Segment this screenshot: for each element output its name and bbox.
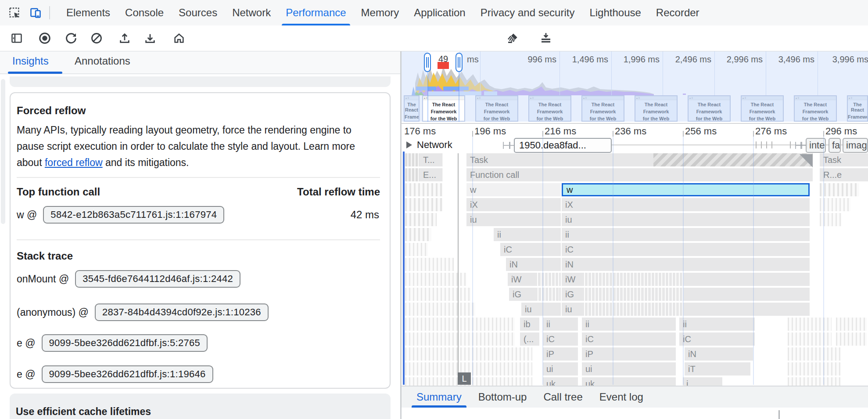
- flame-entry[interactable]: [836, 332, 867, 346]
- filmstrip-thumbnail[interactable]: ▴ ≡The ReactFrameworkfor the Web: [635, 95, 678, 122]
- tab-insights[interactable]: Insights: [12, 55, 49, 67]
- filmstrip-thumbnail[interactable]: ▴ ≡The ReactFrameworkfor the Web: [404, 95, 420, 122]
- flame-entry-iC[interactable]: iC: [500, 243, 561, 256]
- flame-entry-iP[interactable]: iP: [582, 347, 676, 361]
- source-location-chip[interactable]: 9099-5bee326dd621dfbf.js:1:19646: [42, 365, 213, 383]
- live-metrics-home-icon[interactable]: [172, 31, 186, 45]
- flame-entry-iX[interactable]: iX: [562, 198, 810, 211]
- flame-entry-ii[interactable]: ii: [494, 228, 561, 241]
- flame-entry-iN[interactable]: iN: [562, 258, 810, 271]
- flame-entry-iP[interactable]: iP: [543, 347, 578, 361]
- flame-entry-iN[interactable]: iN: [506, 258, 561, 271]
- layout-badge[interactable]: L: [458, 372, 471, 385]
- bottom-tab-summary[interactable]: Summary: [408, 386, 470, 408]
- bottom-tab-calltree[interactable]: Call tree: [535, 386, 591, 408]
- flame-entry[interactable]: [405, 332, 515, 346]
- main-tab-lighthouse[interactable]: Lighthouse: [582, 0, 648, 25]
- flame-entry[interactable]: [405, 243, 428, 256]
- main-tab-privacy-and-security[interactable]: Privacy and security: [473, 0, 582, 25]
- flame-entry-iu[interactable]: iu: [562, 303, 810, 316]
- flame-entry-iG[interactable]: iG: [509, 288, 561, 301]
- flame-entry-[interactable]: (...: [520, 332, 539, 346]
- source-location-chip[interactable]: 3545-fd6e7644112d46af.js:1:2442: [75, 270, 240, 288]
- collapse-icon[interactable]: [539, 31, 553, 45]
- flame-entry-ii[interactable]: ii: [582, 318, 676, 331]
- flame-entry[interactable]: [405, 318, 515, 331]
- filmstrip-thumbnail[interactable]: ▴ ≡The ReactFrameworkfor the Web: [688, 95, 731, 122]
- flame-entry[interactable]: [405, 228, 431, 241]
- flame-entry-iT[interactable]: iT: [685, 362, 750, 376]
- flame-entry-iu[interactable]: iu: [521, 303, 561, 316]
- bottom-tab-bottomup[interactable]: Bottom-up: [470, 386, 535, 408]
- download-profile-icon[interactable]: [143, 31, 157, 45]
- network-track-label[interactable]: Network: [417, 139, 452, 151]
- sidebar-scrollbar[interactable]: [1, 79, 5, 224]
- flame-entry[interactable]: [405, 183, 443, 196]
- flame-entry[interactable]: [820, 198, 850, 211]
- flame-entry-iX[interactable]: iX: [466, 198, 561, 211]
- main-tab-network[interactable]: Network: [225, 0, 278, 25]
- flame-entry[interactable]: [653, 153, 813, 166]
- flame-entry-ib[interactable]: ib: [520, 318, 539, 331]
- flame-entry[interactable]: [836, 318, 867, 331]
- main-tab-memory[interactable]: Memory: [354, 0, 407, 25]
- flame-entry[interactable]: [788, 318, 832, 331]
- filmstrip-thumbnail[interactable]: ▴ ≡The ReactFrameworkfor the Web: [794, 95, 837, 122]
- network-request-chip[interactable]: 1950.dea8fad...: [514, 138, 612, 153]
- flame-entry[interactable]: [820, 183, 859, 196]
- flame-entry[interactable]: [405, 288, 471, 301]
- network-request-chip[interactable]: image: [843, 138, 868, 153]
- flame-entry[interactable]: [405, 213, 437, 226]
- source-location-chip[interactable]: 2837-84b4d4394cd0f92e.js:1:10236: [95, 303, 269, 321]
- panel-divider[interactable]: [400, 51, 402, 419]
- source-location-chip[interactable]: 5842-e12b863a5c711761.js:1:167974: [43, 206, 224, 224]
- device-toolbar-icon[interactable]: [29, 6, 42, 19]
- filmstrip-thumbnail[interactable]: ▴ ≡The ReactFrameworkfor the Web: [475, 95, 518, 122]
- filmstrip-thumbnail[interactable]: ▴ ≡The ReactFrameworkfor the Web: [581, 95, 624, 122]
- selection-handle-left[interactable]: [424, 53, 431, 72]
- flame-entry-E[interactable]: E...: [420, 168, 442, 181]
- main-tab-console[interactable]: Console: [118, 0, 171, 25]
- main-tab-performance[interactable]: Performance: [278, 0, 353, 25]
- flame-entry-ui[interactable]: ui: [543, 362, 578, 376]
- flame-entry-iC[interactable]: iC: [562, 243, 810, 256]
- flame-entry-w[interactable]: w: [562, 183, 810, 196]
- flame-entry[interactable]: [405, 258, 454, 271]
- filmstrip-thumbnail[interactable]: ▴ ≡The ReactFrameworkfor the Web: [528, 95, 571, 122]
- gc-brush-icon[interactable]: [506, 31, 520, 45]
- forced-reflow-link[interactable]: forced reflow: [45, 157, 103, 168]
- source-location-chip[interactable]: 9099-5bee326dd621dfbf.js:5:2765: [42, 334, 208, 352]
- flame-entry-iG[interactable]: iG: [562, 288, 810, 301]
- filmstrip-thumbnail[interactable]: ▴ ≡The ReactFrameworkfor the Web: [847, 95, 868, 122]
- flame-entry-ui[interactable]: ui: [582, 362, 676, 376]
- bottom-tab-eventlog[interactable]: Event log: [591, 386, 652, 408]
- flame-entry-iu[interactable]: iu: [466, 213, 561, 226]
- network-disclosure-triangle[interactable]: [406, 141, 412, 148]
- flame-entry-iW[interactable]: iW: [508, 273, 561, 286]
- flame-entry-iC[interactable]: iC: [679, 332, 755, 346]
- flame-entry-ii[interactable]: ii: [543, 318, 578, 331]
- clear-button[interactable]: [90, 31, 104, 45]
- inspect-icon[interactable]: [8, 6, 21, 19]
- flame-entry[interactable]: [405, 347, 532, 361]
- flame-entry-iW[interactable]: iW: [562, 273, 810, 286]
- record-reload-button[interactable]: [64, 31, 78, 45]
- filmstrip-thumbnail[interactable]: ▴ ≡The ReactFrameworkfor the Web: [741, 95, 784, 122]
- main-tab-sources[interactable]: Sources: [171, 0, 225, 25]
- flame-entry-iu[interactable]: iu: [562, 213, 810, 226]
- flame-entry-Functioncall[interactable]: Function call: [466, 168, 813, 181]
- flame-entry-iC[interactable]: iC: [582, 332, 676, 346]
- flame-entry-iN[interactable]: iN: [685, 347, 753, 361]
- flame-entry[interactable]: [788, 347, 840, 361]
- flame-entry[interactable]: [788, 332, 832, 346]
- cache-lifetimes-insight-card[interactable]: Use efficient cache lifetimes: [10, 394, 391, 419]
- flame-entry-ii[interactable]: ii: [679, 318, 755, 331]
- previous-insight-card-edge[interactable]: [10, 76, 391, 87]
- flame-entry-w[interactable]: w: [466, 183, 561, 196]
- record-button[interactable]: [38, 31, 52, 45]
- toggle-sidebar-button[interactable]: [10, 31, 24, 45]
- flame-entry-Re[interactable]: R...e: [820, 168, 868, 181]
- flame-entry-T[interactable]: T...: [420, 153, 442, 166]
- flame-entry[interactable]: [405, 303, 475, 316]
- main-tab-application[interactable]: Application: [406, 0, 473, 25]
